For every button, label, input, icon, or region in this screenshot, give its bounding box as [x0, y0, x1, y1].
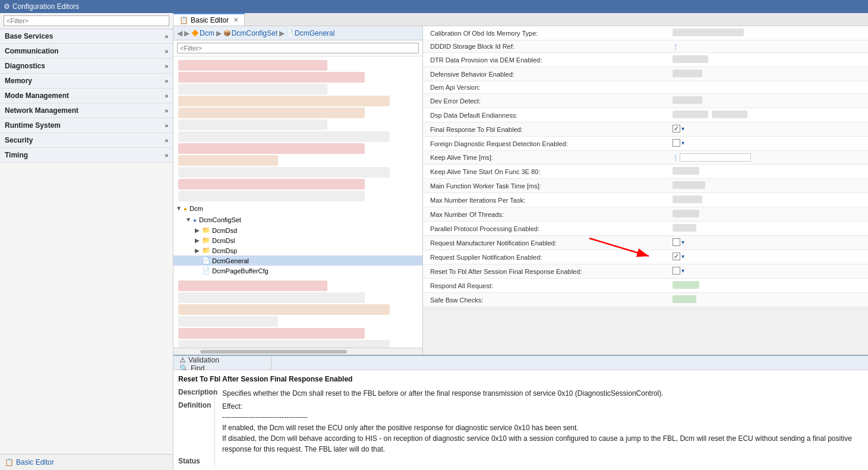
- tree-content[interactable]: ▼⬥Dcm▼⬥DcmConfigSet▶📁DcmDsd▶📁DcmDsl▶📁Dcm…: [173, 56, 422, 348]
- prop-blurred-safe-bsw: [673, 295, 696, 303]
- basic-editor-link[interactable]: 📋 Basic Editor: [5, 458, 168, 466]
- prop-row-max-threads: Max Number Of Threads:: [423, 207, 868, 222]
- prop-blurred-defensive: [673, 70, 702, 77]
- breadcrumb-configset-icon: 📦: [223, 30, 231, 36]
- prop-row-req-supplier: Request Supplier Notification Enabled: ▾: [423, 250, 868, 264]
- sidebar-item-communication[interactable]: Communication»: [0, 44, 173, 59]
- tree-scroll-container: ▼⬥Dcm▼⬥DcmConfigSet▶📁DcmDsd▶📁DcmDsl▶📁Dcm…: [173, 56, 422, 348]
- tree-node-dcmpagebuffercfg[interactable]: 📄DcmPageBufferCfg: [173, 266, 422, 276]
- prop-row-respond-all: Respond All Request:: [423, 279, 868, 293]
- prop-blurred-max-threads: [673, 210, 699, 217]
- prop-name-max-iterations: Max Number Iterations Per Task:: [423, 193, 668, 207]
- sidebar-item-runtime-system[interactable]: Runtime System»: [0, 118, 173, 133]
- prop-blurred-main-function: [673, 181, 705, 189]
- tree-blurred-b4: [178, 316, 278, 327]
- prop-value-keep-alive-start: [668, 165, 868, 179]
- breadcrumb-configset-label: DcmConfigSet: [232, 29, 277, 37]
- bottom-tab-validation[interactable]: ⚠Validation: [173, 356, 272, 364]
- tree-blurred-b1: [178, 280, 327, 291]
- tree-hscroll[interactable]: [173, 348, 422, 355]
- tree-filter-container: [173, 40, 422, 56]
- tree-node-dcmgeneral[interactable]: 📄DcmGeneral: [173, 255, 422, 266]
- sidebar-item-security[interactable]: Security»: [0, 133, 173, 148]
- sidebar-item-memory[interactable]: Memory»: [0, 74, 173, 89]
- sidebar-item-mode-management[interactable]: Mode Management»: [0, 89, 173, 103]
- prop-row-reset-to-fbl: Reset To Fbl After Session Final Respons…: [423, 264, 868, 279]
- tree-node-dcmconfigset[interactable]: ▼⬥DcmConfigSet: [173, 214, 422, 225]
- prop-name-reset-to-fbl: Reset To Fbl After Session Final Respons…: [423, 264, 668, 279]
- node-label-dcmpagebuffercfg: DcmPageBufferCfg: [212, 267, 269, 275]
- status-label: Status: [173, 456, 215, 466]
- prop-row-dev-error: Dev Error Detect:: [423, 94, 868, 108]
- tree-blurred-12: [178, 191, 365, 201]
- tree-node-dcmdsp[interactable]: ▶📁DcmDsp: [173, 245, 422, 255]
- tab-close-icon[interactable]: ✕: [233, 17, 238, 23]
- tree-blurred-9: [178, 155, 278, 166]
- sidebar-item-timing[interactable]: Timing»: [0, 148, 173, 163]
- sidebar-item-arrow-network-management: »: [165, 108, 168, 114]
- breadcrumb-nav-icon[interactable]: ◀: [177, 29, 182, 37]
- prop-blurred-dev-error: [673, 96, 702, 104]
- prop-value-final-response: ▾: [668, 122, 868, 137]
- input-keep-alive[interactable]: [680, 153, 751, 162]
- prop-name-respond-all: Respond All Request:: [423, 279, 668, 293]
- breadcrumb-sep0: ▶: [184, 29, 190, 37]
- checkbox-reset-to-fbl[interactable]: [673, 267, 680, 275]
- dropdown-foreign-diag[interactable]: ▾: [681, 140, 684, 146]
- dropdown-req-manufacturer[interactable]: ▾: [681, 239, 684, 245]
- sidebar-item-network-management[interactable]: Network Management»: [0, 103, 173, 118]
- prop-blurred-calib-obd: [673, 29, 744, 36]
- props-panel-wrapper: Calibration Of Obd Ids Memory Type: DDDI…: [423, 26, 868, 355]
- definition-value: Effect: --------------------------------…: [215, 400, 868, 456]
- sidebar-item-diagnostics[interactable]: Diagnostics»: [0, 59, 173, 74]
- dropdown-req-supplier[interactable]: ▾: [681, 253, 684, 260]
- tree-filter-input[interactable]: [177, 43, 419, 53]
- tree-blurred-1: [178, 60, 327, 71]
- bottom-tab-bar: ⚠Validation🔍Find📊Element Usage🔗Unresolve…: [173, 356, 868, 370]
- sidebar-item-base-services[interactable]: Base Services»: [0, 29, 173, 44]
- sidebar-item-arrow-communication: »: [165, 48, 168, 55]
- tree-nodes: ▼⬥Dcm▼⬥DcmConfigSet▶📁DcmDsd▶📁DcmDsl▶📁Dcm…: [173, 203, 422, 276]
- breadcrumb-dcm-icon: 🔶: [191, 30, 198, 36]
- sidebar-item-label-base-services: Base Services: [5, 32, 53, 40]
- prop-blurred-dtr-data: [673, 55, 708, 63]
- breadcrumb-sep2: ▶: [279, 29, 285, 37]
- prop-row-dsp-data: Dsp Data Default Endianness:: [423, 108, 868, 122]
- tree-node-dcmdsd[interactable]: ▶📁DcmDsd: [173, 225, 422, 235]
- title-bar-label: Configuration Editors: [12, 2, 79, 11]
- bottom-section: ⚠Validation🔍Find📊Element Usage🔗Unresolve…: [173, 355, 868, 470]
- dropdown-reset-to-fbl[interactable]: ▾: [681, 267, 684, 274]
- breadcrumb-sep1: ▶: [216, 29, 222, 37]
- prop-row-dddid-storage: DDDID Storage Block Id Ref: ⋮: [423, 40, 868, 53]
- breadcrumb-configset[interactable]: 📦 DcmConfigSet: [223, 29, 277, 37]
- dropdown-final-response[interactable]: ▾: [681, 125, 684, 132]
- prop-blurred2-dsp-data: [712, 111, 747, 118]
- node-icon-dcmdsp: 📁: [202, 247, 210, 254]
- sidebar-filter-input[interactable]: [4, 15, 169, 26]
- checkbox-req-supplier[interactable]: [673, 253, 680, 260]
- tab-bar: 📋 Basic Editor ✕: [173, 13, 868, 26]
- breadcrumb-dcm[interactable]: 🔶 Dcm: [191, 29, 214, 37]
- tree-node-dcmdsl[interactable]: ▶📁DcmDsl: [173, 235, 422, 245]
- tree-blurred-4: [178, 96, 390, 106]
- sidebar-bottom: 📋 Basic Editor: [0, 454, 173, 470]
- prop-blurred-parallel-protocol: [673, 224, 696, 232]
- sidebar-item-label-communication: Communication: [5, 47, 59, 55]
- checkbox-foreign-diag[interactable]: [673, 139, 680, 147]
- sidebar-filter-container: [0, 13, 173, 29]
- tree-node-dcm-root[interactable]: ▼⬥Dcm: [173, 203, 422, 214]
- sidebar-item-label-memory: Memory: [5, 77, 32, 85]
- prop-value-req-manufacturer: ▾: [668, 236, 868, 250]
- prop-name-keep-alive-start: Keep Alive Time Start On Func 3E 80:: [423, 165, 668, 179]
- description-label: Description: [173, 387, 215, 400]
- tab-basic-editor[interactable]: 📋 Basic Editor ✕: [173, 13, 245, 26]
- prop-value-max-threads: [668, 207, 868, 222]
- scroll-ind-dddid-storage: ⋮: [673, 43, 678, 50]
- breadcrumb-general[interactable]: 📄 DcmGeneral: [286, 29, 334, 37]
- config-icon: ⚙: [4, 2, 10, 11]
- node-icon-dcm-root: ⬥: [183, 204, 188, 213]
- checkbox-final-response[interactable]: [673, 125, 680, 133]
- checkbox-req-manufacturer[interactable]: [673, 238, 680, 246]
- prop-row-dtr-data: DTR Data Provision via DEM Enabled:: [423, 53, 868, 67]
- prop-name-keep-alive: Keep Alive Time [ms]:: [423, 151, 668, 165]
